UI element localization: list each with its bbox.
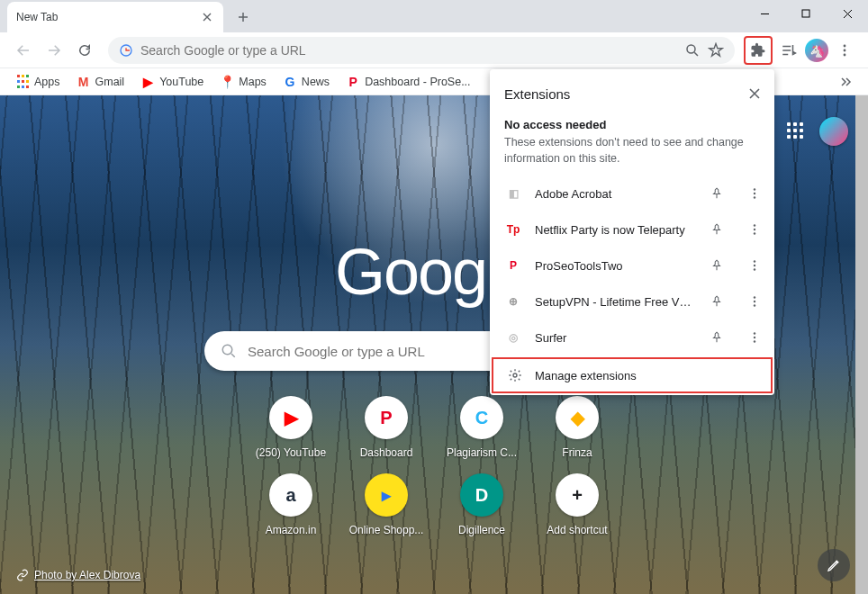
shortcut-icon: C <box>460 396 503 439</box>
maximize-icon <box>801 9 810 18</box>
svg-point-19 <box>754 332 755 334</box>
svg-point-6 <box>222 345 232 355</box>
close-window-button[interactable] <box>827 0 868 27</box>
scrollbar-track <box>855 95 868 594</box>
pin-extension-button[interactable] <box>704 181 729 206</box>
tab-close-button[interactable] <box>200 10 214 24</box>
scrollbar-thumb[interactable] <box>855 95 868 594</box>
profile-avatar-button[interactable]: 🦄 <box>805 39 828 62</box>
pin-extension-button[interactable] <box>704 325 729 350</box>
shortcut-label: Frinza <box>562 446 592 459</box>
shortcut-tile[interactable]: aAmazon.in <box>246 468 336 542</box>
shortcut-tile[interactable]: ▸Online Shopp... <box>341 468 431 542</box>
extension-menu-button[interactable] <box>742 217 767 242</box>
pin-extension-button[interactable] <box>704 217 729 242</box>
shortcut-tile[interactable]: ◆Frinza <box>532 391 622 464</box>
extension-item[interactable]: Tp Netflix Party is now Teleparty <box>490 212 774 248</box>
browser-tab[interactable]: New Tab <box>7 2 223 32</box>
zoom-icon[interactable] <box>684 42 701 58</box>
extension-menu-button[interactable] <box>742 181 767 206</box>
bookmark-star-icon[interactable] <box>708 42 724 58</box>
bookmark-label: Apps <box>34 76 60 88</box>
pin-extension-button[interactable] <box>704 253 729 278</box>
minimize-icon <box>760 9 770 19</box>
reading-list-button[interactable] <box>774 36 803 65</box>
photo-credit-link[interactable]: Photo by Alex Dibrova <box>16 569 140 581</box>
google-g-icon <box>119 43 133 58</box>
kebab-icon <box>748 295 761 308</box>
svg-point-13 <box>754 260 755 262</box>
extension-name: ProSeoToolsTwo <box>535 259 692 273</box>
add-shortcut-button[interactable]: +Add shortcut <box>532 468 622 542</box>
shortcut-icon: a <box>269 473 312 517</box>
bookmark-item[interactable]: ▶YouTube <box>134 72 210 92</box>
bookmark-favicon: G <box>283 75 297 89</box>
omnibox[interactable] <box>108 37 735 64</box>
manage-extensions-button[interactable]: Manage extensions <box>492 357 773 393</box>
bookmark-item[interactable]: PDashboard - ProSe... <box>339 72 476 92</box>
forward-button[interactable] <box>40 36 68 65</box>
maximize-button[interactable] <box>785 0 827 27</box>
extension-menu-button[interactable] <box>742 253 767 278</box>
shortcut-tile[interactable]: DDigillence <box>437 468 527 542</box>
photo-credit-text: Photo by Alex Dibrova <box>34 569 140 581</box>
shortcut-tile[interactable]: ▶(250) YouTube <box>246 391 336 464</box>
reading-list-icon <box>781 42 797 58</box>
extension-icon: Tp <box>504 220 522 238</box>
new-tab-button[interactable] <box>231 4 256 30</box>
bookmark-item[interactable]: 📍Maps <box>213 72 273 92</box>
extensions-section-title: No access needed <box>490 118 774 131</box>
extension-icon: P <box>504 256 522 274</box>
extensions-section-desc: These extensions don't need to see and c… <box>490 131 774 176</box>
extension-item[interactable]: ◎ Surfer <box>490 320 774 356</box>
chevron-right-double-icon <box>839 76 852 88</box>
svg-point-10 <box>754 224 755 226</box>
bookmark-label: Gmail <box>95 76 125 88</box>
omnibox-input[interactable] <box>140 43 677 58</box>
shortcut-label: Plagiarism C... <box>447 446 517 459</box>
extension-name: Surfer <box>535 331 692 345</box>
chrome-menu-button[interactable] <box>830 36 859 65</box>
svg-rect-0 <box>802 10 809 17</box>
extension-item[interactable]: ◧ Adobe Acrobat <box>490 176 774 212</box>
pin-icon <box>710 295 723 308</box>
bookmark-favicon: P <box>346 75 360 89</box>
extensions-popup-title: Extensions <box>504 86 570 102</box>
svg-point-4 <box>844 49 846 51</box>
extension-item[interactable]: ⊕ SetupVPN - Lifetime Free VPN <box>490 284 774 320</box>
extension-item[interactable]: P ProSeoToolsTwo <box>490 248 774 284</box>
apps-bookmark[interactable]: Apps <box>9 72 67 92</box>
svg-point-20 <box>754 337 755 338</box>
extension-icon: ◎ <box>504 328 522 346</box>
shortcut-label: Digillence <box>458 524 505 536</box>
gear-icon <box>508 368 522 382</box>
toolbar: 🦄 <box>0 32 868 68</box>
shortcut-icon: ▶ <box>269 396 312 439</box>
shortcut-label: Online Shopp... <box>349 524 424 536</box>
link-icon <box>16 569 29 581</box>
close-icon <box>749 88 760 99</box>
extension-icon: ⊕ <box>504 292 522 310</box>
back-button[interactable] <box>9 36 38 65</box>
bookmark-favicon: ▶ <box>140 75 155 89</box>
bookmark-label: News <box>302 76 330 88</box>
bookmark-favicon: M <box>77 75 91 89</box>
shortcut-tile[interactable]: PDashboard <box>341 391 431 464</box>
pin-extension-button[interactable] <box>704 289 729 314</box>
bookmark-label: Dashboard - ProSe... <box>365 76 470 88</box>
shortcut-tile[interactable]: CPlagiarism C... <box>437 391 527 464</box>
extension-menu-button[interactable] <box>742 289 767 314</box>
reload-button[interactable] <box>70 36 99 65</box>
bookmark-item[interactable]: MGmail <box>70 72 131 92</box>
arrow-left-icon <box>15 42 32 58</box>
extensions-popup-close-button[interactable] <box>742 81 767 106</box>
extensions-button[interactable] <box>744 36 773 65</box>
bookmark-item[interactable]: GNews <box>276 72 336 92</box>
extension-menu-button[interactable] <box>742 325 767 350</box>
shortcut-label: Dashboard <box>360 446 413 459</box>
customize-button[interactable] <box>818 549 850 581</box>
bookmarks-overflow-button[interactable] <box>832 72 859 92</box>
minimize-button[interactable] <box>744 0 785 27</box>
extension-icon: ◧ <box>504 184 522 202</box>
svg-point-16 <box>754 296 755 298</box>
